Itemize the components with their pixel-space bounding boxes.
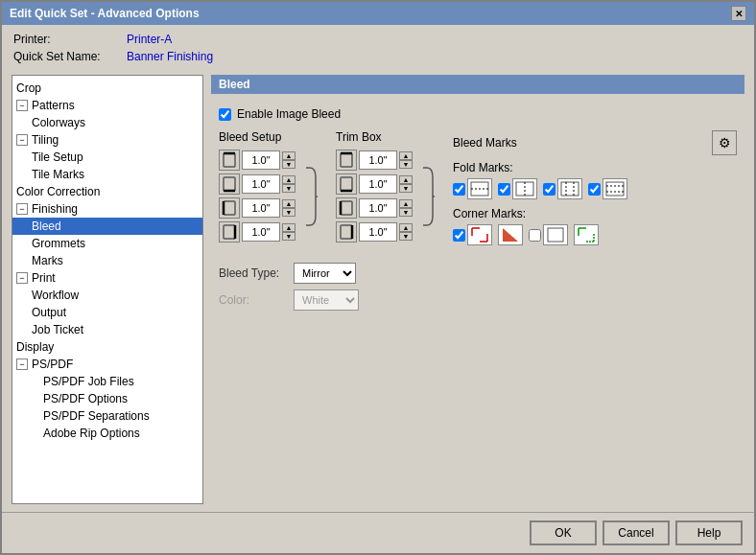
sidebar-item-pspdf-separations[interactable]: PS/PDF Separations — [12, 407, 202, 425]
fold-mark-2-checkbox[interactable] — [498, 183, 510, 196]
bleed-row-bottom: ▲ ▼ — [219, 173, 295, 195]
color-label: Color: — [219, 293, 286, 307]
fold-mark-3-checkbox[interactable] — [543, 183, 555, 196]
svg-rect-26 — [561, 182, 579, 196]
corner-mark-2 — [498, 224, 523, 245]
pspdf-job-files-label: PS/PDF Job Files — [43, 375, 134, 388]
bleed-bottom-input[interactable] — [242, 174, 280, 194]
sidebar-item-pspdf-options[interactable]: PS/PDF Options — [12, 390, 202, 407]
sidebar-item-colorways[interactable]: Colorways — [12, 114, 202, 131]
expand-icon: − — [16, 358, 28, 370]
bleed-row-right: ▲ ▼ — [219, 221, 295, 243]
sidebar-item-finishing[interactable]: − Finishing — [12, 200, 202, 218]
close-icon[interactable]: ✕ — [731, 6, 746, 21]
svg-rect-0 — [224, 153, 235, 167]
dialog-title: Edit Quick Set - Advanced Options — [10, 7, 200, 20]
sidebar-item-tiling[interactable]: − Tiling — [12, 131, 202, 149]
sidebar-item-color-correction[interactable]: Color Correction — [12, 183, 202, 200]
fold-mark-1-checkbox[interactable] — [453, 183, 465, 196]
bleed-top-up[interactable]: ▲ — [282, 151, 295, 160]
bleed-left-input[interactable] — [242, 198, 280, 218]
corner-mark-3-checkbox[interactable] — [529, 229, 541, 242]
bleed-bottom-arrows: ▲ ▼ — [282, 175, 295, 193]
sidebar-item-grommets[interactable]: Grommets — [12, 235, 202, 252]
corner-mark-3 — [529, 224, 568, 245]
bleed-left-up[interactable]: ▲ — [282, 199, 295, 208]
sidebar-item-pspdf[interactable]: − PS/PDF — [12, 356, 202, 373]
svg-rect-2 — [224, 177, 235, 191]
enable-bleed-checkbox[interactable] — [219, 108, 231, 121]
sidebar-item-patterns[interactable]: − Patterns — [12, 97, 202, 114]
trim-row-right: ▲ ▼ — [336, 221, 413, 243]
sidebar-item-tile-marks[interactable]: Tile Marks — [12, 166, 202, 183]
adobe-rip-label: Adobe Rip Options — [43, 427, 140, 440]
corner-mark-1-checkbox[interactable] — [453, 229, 465, 242]
trim-right-up[interactable]: ▲ — [399, 223, 413, 232]
bleed-marks-section: Bleed Marks ⚙ Fold Marks: — [453, 130, 737, 253]
sidebar-item-tile-setup[interactable]: Tile Setup — [12, 149, 202, 166]
quickset-label: Quick Set Name: — [13, 50, 119, 63]
enable-bleed-label: Enable Image Bleed — [237, 107, 341, 121]
printer-label: Printer: — [13, 33, 119, 46]
fold-mark-3-preview — [557, 178, 582, 199]
trim-top-up[interactable]: ▲ — [399, 151, 413, 160]
bleed-left-arrows: ▲ ▼ — [282, 199, 295, 217]
sidebar-item-job-ticket[interactable]: Job Ticket — [12, 321, 202, 338]
bleed-right-input[interactable] — [242, 222, 280, 242]
bleed-icons-col: ▲ ▼ ▲ — [219, 150, 295, 243]
trim-bottom-down[interactable]: ▼ — [399, 184, 413, 193]
sidebar-item-marks[interactable]: Marks — [12, 252, 202, 269]
ok-button[interactable]: OK — [530, 520, 597, 545]
color-select[interactable]: White Black Custom — [294, 289, 359, 311]
trim-bottom-up[interactable]: ▲ — [399, 175, 413, 184]
bleed-type-select[interactable]: Mirror Stretch None — [294, 263, 356, 284]
bleed-right-up[interactable]: ▲ — [282, 223, 295, 232]
bleed-left-icon — [219, 197, 240, 219]
bleed-left-down[interactable]: ▼ — [282, 208, 295, 217]
trim-top-input[interactable] — [359, 150, 397, 170]
colorways-label: Colorways — [32, 116, 85, 129]
sidebar-item-workflow[interactable]: Workflow — [12, 287, 202, 304]
trim-row-bottom: ▲ ▼ — [336, 173, 413, 195]
bleed-top-down[interactable]: ▼ — [282, 160, 295, 169]
bleed-row-top: ▲ ▼ — [219, 150, 295, 171]
corner-mark-4 — [574, 224, 599, 245]
trim-left-up[interactable]: ▲ — [399, 199, 413, 208]
trim-top-arrows: ▲ ▼ — [399, 151, 413, 169]
sidebar-item-adobe-rip[interactable]: Adobe Rip Options — [12, 425, 202, 442]
trim-left-input[interactable] — [359, 198, 397, 218]
bleed-bottom-up[interactable]: ▲ — [282, 175, 295, 184]
trim-bottom-input[interactable] — [359, 174, 397, 194]
bleed-right-down[interactable]: ▼ — [282, 232, 295, 241]
sidebar-item-bleed[interactable]: Bleed — [12, 218, 202, 235]
corner-marks-icons — [453, 224, 737, 245]
grommets-label: Grommets — [32, 237, 85, 250]
bleed-bottom-down[interactable]: ▼ — [282, 184, 295, 193]
trim-left-down[interactable]: ▼ — [399, 208, 413, 217]
cancel-button[interactable]: Cancel — [602, 520, 670, 545]
panel-content: Enable Image Bleed Bleed Setup — [211, 100, 744, 504]
dialog-body: Crop − Patterns Colorways − Tiling Tile … — [2, 67, 754, 512]
trim-left-icon — [336, 197, 357, 219]
bleed-top-input[interactable] — [242, 150, 280, 170]
sidebar-item-output[interactable]: Output — [12, 304, 202, 321]
fold-marks-row: Fold Marks: — [453, 161, 737, 199]
trim-right-down[interactable]: ▼ — [399, 232, 413, 241]
crop-label: Crop — [16, 81, 41, 95]
sidebar-item-print[interactable]: − Print — [12, 269, 202, 287]
gear-button[interactable]: ⚙ — [712, 130, 737, 155]
tile-marks-label: Tile Marks — [32, 168, 84, 181]
sidebar-item-pspdf-job-files[interactable]: PS/PDF Job Files — [12, 373, 202, 390]
sidebar-item-crop[interactable]: Crop — [12, 80, 202, 97]
sidebar-item-display[interactable]: Display — [12, 338, 202, 356]
fold-mark-4-checkbox[interactable] — [588, 183, 601, 196]
finishing-label: Finishing — [32, 202, 78, 216]
help-button[interactable]: Help — [675, 520, 743, 545]
setup-columns: Bleed Setup — [219, 130, 737, 253]
tile-setup-label: Tile Setup — [32, 150, 83, 164]
trim-top-down[interactable]: ▼ — [399, 160, 413, 169]
trim-right-input[interactable] — [359, 222, 397, 242]
expand-icon: − — [16, 134, 28, 146]
panel-title: Bleed — [219, 78, 250, 91]
left-panel: Crop − Patterns Colorways − Tiling Tile … — [12, 75, 203, 504]
